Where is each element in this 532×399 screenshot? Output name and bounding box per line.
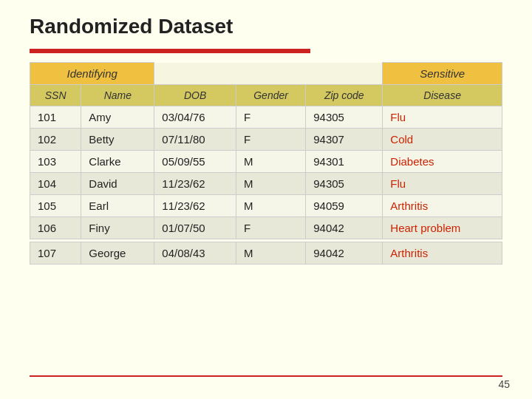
table-row: 101Amy03/04/76F94305Flu: [30, 106, 502, 129]
cell-name: Betty: [81, 129, 154, 151]
cell-gender: F: [236, 217, 305, 239]
cell-zipcode: 94301: [306, 151, 383, 173]
empty-header: [154, 63, 383, 85]
cell-gender: F: [236, 106, 305, 129]
cell-dob: 03/04/76: [154, 106, 236, 129]
table-row: 102Betty07/11/80F94307Cold: [30, 129, 502, 151]
cell-ssn: 102: [30, 129, 81, 151]
cell-zipcode: 94307: [306, 129, 383, 151]
table-row: 105Earl11/23/62M94059Arthritis: [30, 195, 502, 217]
cell-ssn: 103: [30, 151, 81, 173]
bottom-divider: [30, 375, 502, 377]
cell-last-disease: Arthritis: [383, 242, 502, 265]
cell-dob: 05/09/55: [154, 151, 236, 173]
identifying-header: Identifying: [30, 63, 154, 85]
cell-last-dob: 04/08/43: [154, 242, 236, 265]
dataset-table: Identifying Sensitive SSN Name DOB Gende…: [30, 62, 502, 265]
cell-disease: Diabetes: [383, 151, 502, 173]
cell-dob: 01/07/50: [154, 217, 236, 239]
page-title: Randomized Dataset: [30, 15, 502, 38]
cell-zipcode: 94059: [306, 195, 383, 217]
cell-disease: Arthritis: [383, 195, 502, 217]
cell-zipcode: 94305: [306, 106, 383, 129]
cell-dob: 07/11/80: [154, 129, 236, 151]
cell-gender: M: [236, 151, 305, 173]
col-ssn: SSN: [30, 85, 81, 106]
cell-disease: Flu: [383, 173, 502, 195]
table-row: 106Finy01/07/50F94042Heart problem: [30, 217, 502, 239]
cell-name: Clarke: [81, 151, 154, 173]
cell-last-gender: M: [236, 242, 305, 265]
col-disease: Disease: [383, 85, 502, 106]
col-zipcode: Zip code: [306, 85, 383, 106]
cell-zipcode: 94305: [306, 173, 383, 195]
table-row: 103Clarke05/09/55M94301Diabetes: [30, 151, 502, 173]
cell-name: Amy: [81, 106, 154, 129]
sensitive-header: Sensitive: [383, 63, 502, 85]
cell-disease: Heart problem: [383, 217, 502, 239]
cell-dob: 11/23/62: [154, 173, 236, 195]
cell-ssn: 106: [30, 217, 81, 239]
cell-name: David: [81, 173, 154, 195]
page-container: Randomized Dataset Identifying Sensitive…: [0, 0, 532, 279]
cell-last-name: George: [81, 242, 154, 265]
cell-name: Earl: [81, 195, 154, 217]
table-body: 101Amy03/04/76F94305Flu102Betty07/11/80F…: [30, 106, 502, 265]
col-name: Name: [81, 85, 154, 106]
cell-dob: 11/23/62: [154, 195, 236, 217]
col-dob: DOB: [154, 85, 236, 106]
cell-disease: Flu: [383, 106, 502, 129]
cell-ssn: 105: [30, 195, 81, 217]
red-divider: [30, 49, 310, 53]
header-group-row: Identifying Sensitive: [30, 63, 502, 85]
cell-gender: F: [236, 129, 305, 151]
table-row-last: 107George04/08/43M94042Arthritis: [30, 242, 502, 265]
cell-ssn: 104: [30, 173, 81, 195]
page-number: 45: [498, 378, 510, 390]
column-header-row: SSN Name DOB Gender Zip code Disease: [30, 85, 502, 106]
cell-zipcode: 94042: [306, 217, 383, 239]
cell-disease: Cold: [383, 129, 502, 151]
table-row: 104David11/23/62M94305Flu: [30, 173, 502, 195]
cell-ssn: 101: [30, 106, 81, 129]
cell-name: Finy: [81, 217, 154, 239]
cell-gender: M: [236, 195, 305, 217]
col-gender: Gender: [236, 85, 305, 106]
cell-last-ssn: 107: [30, 242, 81, 265]
cell-gender: M: [236, 173, 305, 195]
cell-last-zipcode: 94042: [306, 242, 383, 265]
